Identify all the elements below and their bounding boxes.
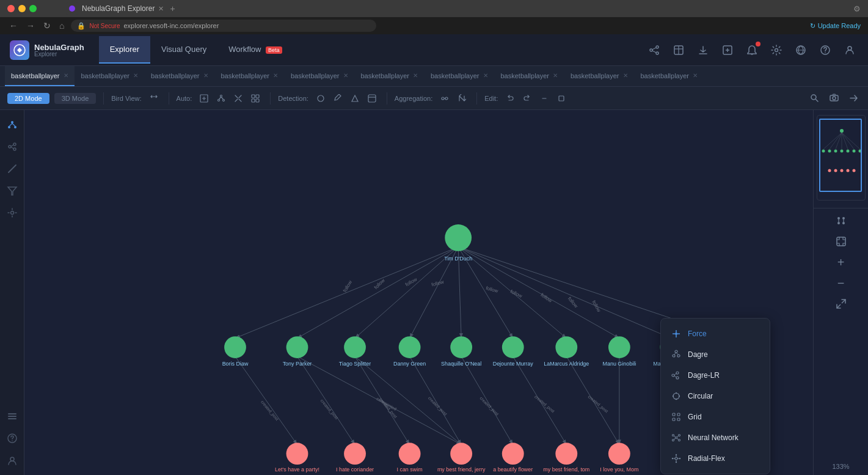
edit-clear-icon[interactable] — [537, 91, 552, 106]
tab-6-close[interactable]: ✕ — [413, 72, 418, 79]
layout-item-dagre[interactable]: Dagre — [661, 344, 770, 365]
content-tab-10[interactable]: basketballplayer ✕ — [635, 66, 704, 86]
detection-extra-icon[interactable] — [365, 91, 379, 106]
node-tim-duncan[interactable] — [445, 224, 472, 251]
layout-item-dagre-lr[interactable]: Dagre-LR — [661, 365, 770, 386]
layout-item-neural-network[interactable]: Neural Network — [661, 427, 770, 448]
node-lamarcus-aldridge[interactable] — [555, 336, 577, 358]
node-shaquille-oneal[interactable] — [450, 336, 472, 358]
zoom-in-btn[interactable]: + — [833, 254, 850, 271]
node-swim[interactable] — [399, 443, 421, 465]
nav-item-visual-query[interactable]: Visual Query — [150, 36, 217, 64]
content-tab-5[interactable]: basketballplayer ✕ — [285, 66, 354, 86]
node-boris-diaw[interactable] — [224, 336, 246, 358]
bird-view-icon[interactable] — [147, 91, 161, 106]
tab-1-close[interactable]: ✕ — [64, 72, 68, 79]
detection-circle-icon[interactable] — [313, 91, 328, 106]
sidebar-icon-line[interactable] — [2, 159, 22, 179]
reload-button[interactable]: ↻ — [42, 21, 53, 31]
notification-icon-btn[interactable] — [743, 42, 760, 59]
edit-extra-icon[interactable] — [554, 91, 569, 106]
traffic-light-minimize[interactable] — [18, 5, 26, 12]
node-manu-ginobili[interactable] — [608, 336, 630, 358]
node-party[interactable] — [286, 443, 308, 465]
home-button[interactable]: ⌂ — [57, 21, 66, 31]
node-love-mom[interactable] — [608, 443, 630, 465]
graph-icon-btn[interactable] — [646, 42, 663, 59]
nav-item-workflow[interactable]: Workflow Beta — [217, 36, 293, 64]
tab-2-close[interactable]: ✕ — [133, 72, 138, 79]
layout-menu-btn[interactable] — [833, 212, 850, 229]
tab-10-close[interactable]: ✕ — [693, 72, 698, 79]
node-best-friend-jerry[interactable] — [450, 443, 472, 465]
sidebar-icon-user[interactable] — [2, 451, 22, 470]
edit-redo-icon[interactable] — [520, 91, 534, 106]
node-coriander[interactable] — [344, 443, 366, 465]
help-icon-btn[interactable] — [817, 42, 834, 59]
address-bar[interactable]: 🔒 Not Secure explorer.vesoft-inc.com/exp… — [71, 20, 376, 32]
node-danny-green[interactable] — [399, 336, 421, 358]
content-tab-1[interactable]: basketballplayer ✕ — [5, 66, 75, 86]
traffic-light-maximize[interactable] — [29, 5, 37, 12]
auto-fit-icon[interactable] — [197, 91, 211, 106]
tab-4-close[interactable]: ✕ — [273, 72, 278, 79]
auto-grid-icon[interactable] — [248, 91, 263, 106]
detection-shape-icon[interactable] — [348, 91, 362, 106]
tab-5-close[interactable]: ✕ — [343, 72, 348, 79]
edit-undo-icon[interactable] — [503, 91, 517, 106]
aggregation-icon1[interactable] — [437, 91, 452, 106]
tab-close-icon[interactable]: ✕ — [158, 5, 164, 13]
sidebar-icon-graph[interactable] — [2, 115, 22, 134]
graph-canvas[interactable]: follow follow follow follow follow follo… — [24, 110, 813, 475]
back-button[interactable]: ← — [7, 21, 20, 31]
node-dejounte-murray[interactable] — [502, 336, 524, 358]
share-icon-btn[interactable] — [846, 91, 861, 106]
sidebar-icon-help[interactable] — [2, 429, 22, 448]
download-icon-btn[interactable] — [695, 42, 712, 59]
new-tab-icon[interactable]: + — [170, 4, 175, 13]
tab-9-close[interactable]: ✕ — [623, 72, 628, 79]
layout-item-radial-flex[interactable]: Radial-Flex — [661, 448, 770, 469]
content-tab-4[interactable]: basketballplayer ✕ — [215, 66, 285, 86]
layout-item-force[interactable]: Force — [661, 323, 770, 344]
detection-edit-icon[interactable] — [330, 91, 345, 106]
content-tab-9[interactable]: basketballplayer ✕ — [564, 66, 634, 86]
content-tab-2[interactable]: basketballplayer ✕ — [75, 66, 145, 86]
sidebar-icon-network[interactable] — [2, 137, 22, 156]
settings-icon-btn[interactable] — [768, 42, 785, 59]
tab-7-close[interactable]: ✕ — [483, 72, 488, 79]
content-tab-7[interactable]: basketballplayer ✕ — [425, 66, 494, 86]
user-icon-btn[interactable] — [841, 42, 858, 59]
content-tab-3[interactable]: basketballplayer ✕ — [145, 66, 214, 86]
node-tony-parker[interactable] — [286, 336, 308, 358]
content-tab-6[interactable]: basketballplayer ✕ — [355, 66, 425, 86]
forward-button[interactable]: → — [24, 21, 37, 31]
sidebar-icon-settings[interactable] — [2, 203, 22, 223]
update-ready-button[interactable]: ↻ Update Ready — [810, 22, 861, 30]
nav-item-explorer[interactable]: Explorer — [99, 36, 150, 64]
camera-icon-btn[interactable] — [826, 91, 841, 106]
layout-item-circular[interactable]: Circular — [661, 386, 770, 407]
auto-expand-icon[interactable] — [231, 91, 246, 106]
tab-8-close[interactable]: ✕ — [553, 72, 558, 79]
node-tiago-splitter[interactable] — [344, 336, 366, 358]
expand-btn[interactable] — [833, 295, 850, 312]
traffic-light-close[interactable] — [7, 5, 15, 12]
mode-2d-button[interactable]: 2D Mode — [7, 93, 49, 104]
mode-3d-button[interactable]: 3D Mode — [54, 93, 97, 104]
browser-settings-icon[interactable]: ⚙ — [853, 4, 861, 13]
globe-icon-btn[interactable] — [792, 42, 809, 59]
node-best-friend-tom[interactable] — [555, 443, 577, 465]
sidebar-icon-filter[interactable] — [2, 181, 22, 201]
fit-screen-btn[interactable] — [833, 233, 850, 250]
layout-item-grid[interactable]: Grid — [661, 407, 770, 427]
node-beautiful-flower[interactable] — [502, 443, 524, 465]
zoom-out-btn[interactable]: − — [833, 274, 850, 292]
upload-icon-btn[interactable] — [719, 42, 736, 59]
table-icon-btn[interactable] — [670, 42, 687, 59]
auto-layout-icon[interactable] — [214, 91, 228, 106]
search-icon-btn[interactable] — [807, 91, 822, 106]
aggregation-icon2[interactable] — [454, 91, 469, 106]
tab-3-close[interactable]: ✕ — [203, 72, 208, 79]
content-tab-8[interactable]: basketballplayer ✕ — [495, 66, 564, 86]
